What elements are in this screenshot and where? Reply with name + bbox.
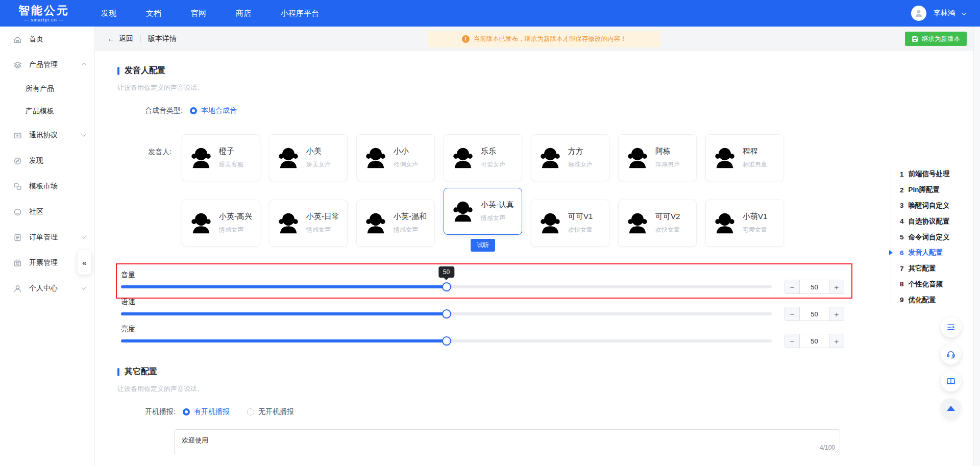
anchor-item-9[interactable]: 9 优化配置 bbox=[900, 292, 975, 308]
stepper-value[interactable]: 50 bbox=[800, 334, 829, 348]
app-logo[interactable]: 智能公元 — smartpi.cn — bbox=[18, 5, 69, 22]
volume-slider-track[interactable]: 50 bbox=[121, 285, 772, 288]
increase-button[interactable]: + bbox=[829, 307, 844, 321]
radio-label: 本地合成音 bbox=[201, 106, 237, 115]
anchor-num: 3 bbox=[900, 202, 904, 209]
customer-service-button[interactable] bbox=[941, 344, 961, 364]
increase-button[interactable]: + bbox=[829, 280, 844, 293]
sidebar-item-protocol[interactable]: 通讯协议 bbox=[0, 122, 94, 148]
sidebar-item-product-templates[interactable]: 产品模板 bbox=[0, 100, 94, 122]
section-subtitle: 让设备用你定义的声音说话。 bbox=[117, 384, 980, 394]
speed-slider-handle[interactable] bbox=[442, 309, 451, 318]
anchor-item-1[interactable]: 1 前端信号处理 bbox=[900, 166, 975, 182]
header-left: ← 返回 版本详情 bbox=[107, 27, 177, 51]
radio-selected-icon bbox=[183, 408, 190, 415]
slider-label: 语速 bbox=[121, 298, 844, 306]
speed-stepper: − 50 + bbox=[785, 307, 844, 321]
anchor-item-8[interactable]: 8 个性化音频 bbox=[900, 277, 975, 292]
stepper-value[interactable]: 50 bbox=[800, 280, 829, 293]
warning-text: 当前版本已发布，继承为新版本才能保存修改的内容！ bbox=[474, 35, 627, 43]
menu-item-store[interactable]: 商店 bbox=[236, 9, 251, 18]
anchor-label: 自选协议配置 bbox=[909, 217, 950, 226]
volume-slider-handle[interactable] bbox=[442, 282, 451, 291]
voice-desc: 浑厚男声 bbox=[655, 160, 680, 169]
voice-card[interactable]: 阿栋 浑厚男声 bbox=[618, 134, 697, 181]
voice-card[interactable]: 乐乐 可爱女声 bbox=[444, 134, 522, 181]
sidebar-item-orders[interactable]: 订单管理 bbox=[0, 225, 94, 250]
slider-label: 音量 bbox=[121, 271, 844, 279]
anchor-item-3[interactable]: 3 唤醒词自定义 bbox=[900, 198, 975, 214]
menu-item-discover[interactable]: 发现 bbox=[101, 9, 116, 18]
voice-card[interactable]: 小英-高兴 情感女声 bbox=[182, 200, 260, 247]
anchor-item-5[interactable]: 5 命令词自定义 bbox=[900, 229, 975, 245]
voice-card[interactable]: 小英-日常 情感女声 bbox=[269, 200, 348, 247]
voice-desc: 标准女声 bbox=[568, 160, 593, 169]
docs-button[interactable] bbox=[941, 371, 961, 391]
voice-card[interactable]: 可可V1 欢快女童 bbox=[531, 200, 609, 247]
sidebar-item-label: 订单管理 bbox=[29, 233, 82, 242]
anchor-item-6-active[interactable]: 6 发音人配置 bbox=[900, 245, 975, 261]
page-scrollbar[interactable] bbox=[973, 27, 980, 466]
user-menu[interactable]: 李林鸿 bbox=[911, 6, 966, 21]
voice-card[interactable]: 小英-温和 情感女声 bbox=[356, 200, 435, 247]
increase-button[interactable]: + bbox=[829, 334, 844, 348]
slider-tooltip: 50 bbox=[438, 266, 454, 278]
page-header: ← 返回 版本详情 ! 当前版本已发布，继承为新版本才能保存修改的内容！ 继承为… bbox=[95, 27, 980, 51]
sidebar-item-profile[interactable]: 个人中心 bbox=[0, 276, 94, 301]
greeting-textarea[interactable]: 欢迎使用 bbox=[174, 429, 840, 454]
sidebar-item-home[interactable]: 首页 bbox=[0, 27, 94, 52]
sidebar-item-community[interactable]: 社区 bbox=[0, 199, 94, 225]
sidebar-item-all-products[interactable]: 所有产品 bbox=[0, 78, 94, 100]
sidebar-item-discover[interactable]: 发现 bbox=[0, 148, 94, 174]
menu-item-docs[interactable]: 文档 bbox=[146, 9, 161, 18]
person-icon bbox=[13, 284, 22, 293]
anchor-label: 唤醒词自定义 bbox=[909, 201, 950, 210]
boot-broadcast-on-radio[interactable]: 有开机播报 bbox=[183, 407, 230, 416]
back-to-top-button[interactable] bbox=[941, 398, 961, 419]
brightness-slider-handle[interactable] bbox=[442, 336, 451, 346]
synth-type-radio-local[interactable]: 本地合成音 bbox=[190, 106, 237, 115]
exclamation-circle-icon: ! bbox=[462, 35, 470, 43]
back-to-top-icon bbox=[947, 406, 955, 411]
anchor-list-button[interactable] bbox=[941, 317, 961, 337]
voice-card[interactable]: 小萌V1 可爱女童 bbox=[705, 200, 784, 247]
speed-slider-track[interactable] bbox=[121, 312, 772, 315]
voice-card[interactable]: 方方 标准女声 bbox=[531, 134, 609, 181]
sidebar-item-products[interactable]: 产品管理 bbox=[0, 52, 94, 78]
voice-card-rows: 橙子 甜美客服 小美 娇美女声 小小 bbox=[182, 134, 784, 247]
voice-name: 小小 bbox=[394, 146, 418, 156]
voice-card[interactable]: 橙子 甜美客服 bbox=[182, 134, 260, 181]
voice-name: 小美 bbox=[306, 146, 331, 156]
decrease-button[interactable]: − bbox=[785, 307, 800, 321]
preview-voice-button[interactable]: 试听 bbox=[471, 239, 495, 252]
menu-item-website[interactable]: 官网 bbox=[191, 9, 206, 18]
back-button[interactable]: ← 返回 bbox=[107, 34, 133, 43]
inherit-new-version-button[interactable]: 继承为新版本 bbox=[905, 32, 967, 46]
voice-card[interactable]: 程程 标准男童 bbox=[705, 134, 784, 181]
book-icon bbox=[946, 376, 956, 386]
sidebar-item-template-market[interactable]: 模板市场 bbox=[0, 174, 94, 199]
brightness-slider-track[interactable] bbox=[121, 339, 772, 342]
voice-card[interactable]: 小美 娇美女声 bbox=[269, 134, 348, 181]
anchor-item-7[interactable]: 7 其它配置 bbox=[900, 261, 975, 277]
anchor-item-4[interactable]: 4 自选协议配置 bbox=[900, 213, 975, 229]
chevron-down-icon bbox=[82, 132, 86, 136]
boot-broadcast-off-radio[interactable]: 无开机播报 bbox=[247, 407, 294, 416]
menu-item-miniapp[interactable]: 小程序平台 bbox=[281, 9, 319, 18]
back-arrow-icon: ← bbox=[107, 35, 115, 43]
decrease-button[interactable]: − bbox=[785, 334, 800, 348]
voice-card[interactable]: 可可V2 欢快女童 bbox=[618, 200, 697, 247]
voice-card[interactable]: 小小 伶俐女声 bbox=[356, 134, 435, 181]
voice-name: 小英-日常 bbox=[306, 212, 339, 222]
radio-unselected-icon bbox=[247, 408, 254, 415]
anchor-item-2[interactable]: 2 Pin脚配置 bbox=[900, 182, 975, 198]
anchor-num: 5 bbox=[900, 233, 904, 241]
sidebar-collapse-button[interactable]: « bbox=[78, 250, 91, 275]
voice-card-selected[interactable]: 小英-认真 情感女声 bbox=[444, 188, 522, 235]
stepper-value[interactable]: 50 bbox=[800, 307, 829, 321]
speed-slider-group: 语速 − 50 + bbox=[121, 298, 844, 321]
decrease-button[interactable]: − bbox=[785, 280, 800, 293]
voice-name: 可可V1 bbox=[568, 212, 593, 222]
app-page: 智能公元 — smartpi.cn — 发现 文档 官网 商店 小程序平台 李林… bbox=[0, 0, 980, 466]
collapse-icon: « bbox=[82, 258, 86, 267]
